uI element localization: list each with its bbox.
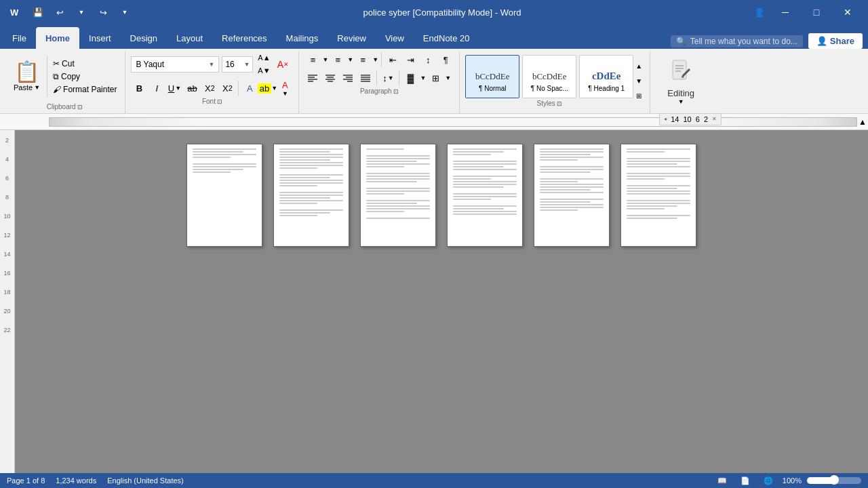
tab-home[interactable]: Home [36, 27, 79, 49]
ruler-num-10: 10 [3, 213, 10, 220]
page-5[interactable] [534, 144, 610, 247]
line-spacing-button[interactable]: ↕▼ [380, 70, 396, 86]
font-color-button[interactable]: A ▼ [277, 80, 293, 96]
tab-view[interactable]: View [376, 27, 414, 49]
word-icon[interactable]: W [5, 3, 24, 22]
redo-button[interactable]: ↪ [94, 3, 113, 22]
increase-indent-button[interactable]: ⇥ [402, 52, 418, 68]
line-gap [366, 184, 430, 186]
clipboard-expand-icon[interactable]: ⊡ [77, 104, 83, 110]
tab-endnote[interactable]: EndNote 20 [414, 27, 479, 49]
numbering-button[interactable]: ≡ [330, 52, 346, 68]
shading-dropdown[interactable]: ▼ [420, 75, 426, 81]
underline-button[interactable]: U ▼ [166, 80, 182, 96]
cut-button[interactable]: ✂ Cut [50, 58, 119, 70]
customize-quick-access[interactable]: ▼ [115, 3, 134, 22]
shrink-font-button[interactable]: A▼ [256, 64, 272, 77]
styles-gallery: bCcDdEe ¶ Normal bCcDdEe ¶ No Spac... [465, 55, 633, 98]
paragraph-expand-icon[interactable]: ⊡ [393, 88, 399, 95]
numbering-dropdown[interactable]: ▼ [347, 56, 353, 63]
font-size-dropdown[interactable]: 16 ▼ [222, 56, 253, 73]
share-button[interactable]: 👤 Share [808, 33, 863, 49]
page-3[interactable] [360, 144, 436, 247]
multilevel-button[interactable]: ≡ [355, 52, 371, 68]
font-expand-icon[interactable]: ⊡ [217, 98, 222, 105]
page-2[interactable] [273, 144, 349, 247]
zoom-thumb[interactable] [829, 475, 839, 485]
align-center-button[interactable] [322, 70, 338, 86]
style-normal[interactable]: bCcDdEe ¶ Normal [465, 55, 519, 98]
close-button[interactable]: ✕ [833, 0, 863, 24]
line-gap [279, 170, 343, 173]
font-controls: B Yaqut ▼ 16 ▼ A▲ A▼ A ✕ [131, 52, 293, 96]
borders-dropdown[interactable]: ▼ [445, 75, 451, 81]
minimize-button[interactable]: ─ [770, 0, 800, 24]
tab-review[interactable]: Review [328, 27, 376, 49]
strikethrough-button[interactable]: ab [184, 80, 200, 96]
ruler-collapse-button[interactable]: ▲ [857, 117, 868, 127]
line-gap [193, 159, 256, 162]
page-1[interactable] [186, 144, 262, 247]
paste-button[interactable]: 📋 Paste ▼ [9, 59, 44, 94]
maximize-button[interactable]: □ [802, 0, 831, 24]
bullets-button[interactable]: ≡ [304, 52, 321, 68]
superscript-button[interactable]: X2 [219, 80, 235, 96]
account-icon[interactable]: 👤 [750, 3, 769, 22]
tab-layout[interactable]: Layout [167, 27, 212, 49]
font-name-dropdown[interactable]: B Yaqut ▼ [131, 56, 219, 73]
ruler-triangle-right: ✕ [712, 116, 717, 122]
shading-button[interactable]: ▓ [402, 70, 418, 86]
page-4-content [448, 144, 522, 219]
multilevel-dropdown[interactable]: ▼ [372, 56, 378, 63]
document-area[interactable] [15, 130, 868, 473]
tab-file[interactable]: File [3, 27, 36, 49]
read-mode-button[interactable]: 📖 [713, 475, 731, 487]
page-4[interactable] [447, 144, 523, 247]
styles-scroll-up[interactable]: ▲ [633, 60, 644, 73]
line [366, 161, 417, 162]
styles-expand-icon[interactable]: ⊡ [557, 100, 562, 107]
print-layout-button[interactable]: 📄 [736, 475, 754, 487]
web-layout-button[interactable]: 🌐 [760, 475, 777, 487]
line [540, 154, 591, 155]
editing-group: Editing ▼ [650, 52, 711, 113]
highlight-button[interactable]: ab ▼ [259, 80, 275, 96]
search-box[interactable]: 🔍 Tell me what you want to do... [671, 35, 803, 47]
align-right-button[interactable] [340, 70, 356, 86]
zoom-level: 100% [783, 476, 802, 485]
show-hide-button[interactable]: ¶ [437, 52, 454, 68]
sort-button[interactable]: ↕ [420, 52, 436, 68]
subscript-button[interactable]: X2 [201, 80, 218, 96]
style-heading1[interactable]: cDdEe ¶ Heading 1 [579, 55, 633, 98]
style-no-spacing[interactable]: bCcDdEe ¶ No Spac... [522, 55, 576, 98]
text-effects-button[interactable]: A [241, 80, 258, 96]
grow-font-button[interactable]: A▲ [256, 52, 272, 64]
styles-scroll-down[interactable]: ▼ [633, 75, 644, 88]
zoom-slider[interactable] [807, 477, 861, 484]
styles-more[interactable]: ⊞ [633, 89, 644, 103]
bold-button[interactable]: B [131, 80, 147, 96]
copy-button[interactable]: ⧉ Copy [50, 70, 119, 83]
tab-design[interactable]: Design [121, 27, 167, 49]
editing-dropdown-arrow[interactable]: ▼ [678, 98, 684, 105]
tab-mailings[interactable]: Mailings [277, 27, 328, 49]
ribbon-tab-bar: File Home Insert Design Layout Reference… [0, 24, 868, 49]
paragraph-group: ≡ ▼ ≡ ▼ ≡ ▼ ⇤ ⇥ ↕ ¶ [299, 52, 460, 113]
line-gap [627, 211, 690, 214]
decrease-indent-button[interactable]: ⇤ [384, 52, 401, 68]
tab-insert[interactable]: Insert [79, 27, 121, 49]
undo-dropdown[interactable]: ▼ [72, 3, 91, 22]
italic-button[interactable]: I [149, 80, 165, 96]
undo-button[interactable]: ↩ [50, 3, 69, 22]
line [627, 190, 690, 192]
line [540, 171, 591, 173]
page-6[interactable] [620, 144, 696, 247]
align-left-button[interactable] [304, 70, 321, 86]
tab-references[interactable]: References [212, 27, 276, 49]
format-painter-button[interactable]: 🖌 Format Painter [50, 83, 119, 96]
borders-button[interactable]: ⊞ [427, 70, 443, 86]
save-button[interactable]: 💾 [28, 3, 47, 22]
bullets-dropdown[interactable]: ▼ [322, 56, 328, 63]
clear-format-button[interactable]: A ✕ [275, 56, 291, 73]
justify-button[interactable] [357, 70, 374, 86]
